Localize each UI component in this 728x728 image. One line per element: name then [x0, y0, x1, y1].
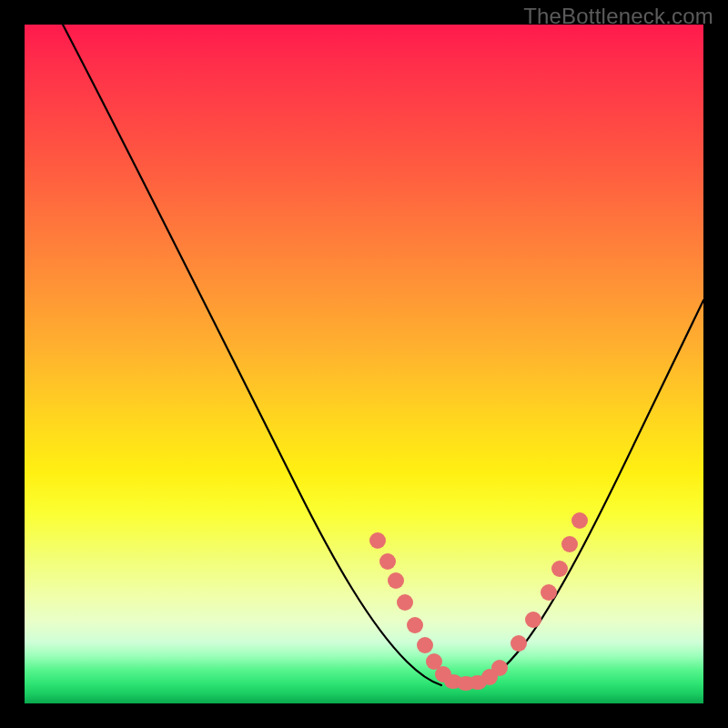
data-marker: [379, 553, 396, 570]
data-marker: [369, 532, 386, 549]
watermark-text: TheBottleneck.com: [523, 4, 713, 29]
marker-group: [369, 512, 588, 691]
data-marker: [491, 660, 508, 676]
data-marker: [417, 637, 433, 653]
data-marker: [388, 572, 404, 589]
data-marker: [541, 584, 557, 601]
data-marker: [397, 594, 413, 611]
chart-svg: [25, 25, 703, 703]
data-marker: [525, 612, 541, 628]
data-marker: [561, 536, 578, 552]
data-marker: [407, 617, 423, 633]
right-curve: [475, 300, 703, 685]
plot-area: [25, 25, 703, 703]
outer-frame: TheBottleneck.com: [0, 0, 728, 728]
left-curve: [63, 25, 441, 685]
data-marker: [571, 512, 588, 529]
data-marker: [511, 635, 527, 652]
data-marker: [551, 561, 568, 577]
